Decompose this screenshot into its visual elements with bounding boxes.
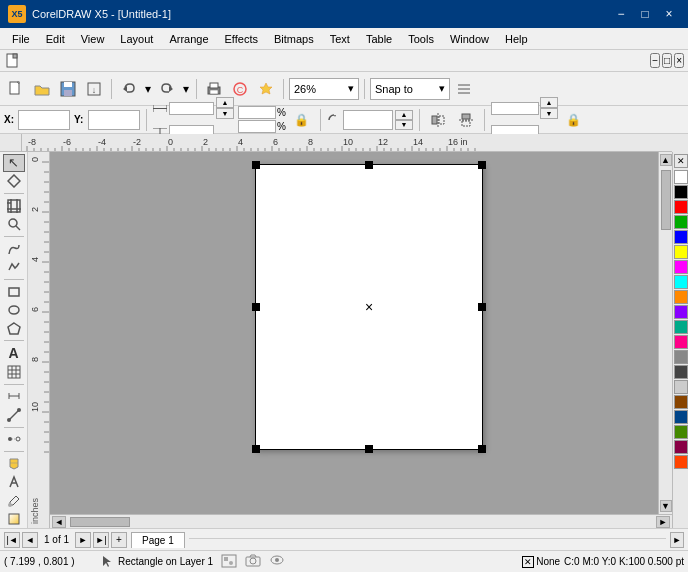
scroll-up-button[interactable]: ▲ xyxy=(660,154,672,166)
menu-layout[interactable]: Layout xyxy=(112,31,161,47)
doc-close-button[interactable]: × xyxy=(674,53,684,68)
color-crimson[interactable] xyxy=(674,440,688,454)
r1-up-button[interactable]: ▲ xyxy=(540,97,558,108)
snap-to-arrow[interactable]: ▾ xyxy=(439,82,445,95)
table-tool[interactable] xyxy=(3,363,25,381)
import-button[interactable]: ↓ xyxy=(82,77,106,101)
menu-text[interactable]: Text xyxy=(322,31,358,47)
page-first-button[interactable]: |◄ xyxy=(4,532,20,548)
undo-dropdown[interactable]: ▾ xyxy=(143,77,153,101)
open-button[interactable] xyxy=(30,77,54,101)
vertical-scrollbar[interactable]: ▲ ▼ xyxy=(658,152,672,514)
proportional-lock-button[interactable]: 🔒 xyxy=(290,108,314,132)
scroll-left-button[interactable]: ◄ xyxy=(52,516,66,528)
minimize-button[interactable]: − xyxy=(610,5,632,23)
menu-file[interactable]: File xyxy=(4,31,38,47)
zoom-tool[interactable] xyxy=(3,215,25,233)
w-input[interactable]: 8.5 xyxy=(169,102,214,115)
save-button[interactable] xyxy=(56,77,80,101)
connector-tool[interactable] xyxy=(3,406,25,424)
add-page-button[interactable]: + xyxy=(111,532,127,548)
welcome-button[interactable] xyxy=(254,77,278,101)
page-scroll-right[interactable]: ► xyxy=(670,532,684,548)
y-input[interactable]: 5.5 " xyxy=(88,110,140,130)
maximize-button[interactable]: □ xyxy=(634,5,656,23)
close-button[interactable]: × xyxy=(658,5,680,23)
color-yellow[interactable] xyxy=(674,245,688,259)
color-pink[interactable] xyxy=(674,335,688,349)
scroll-right-button[interactable]: ► xyxy=(656,516,670,528)
zoom-dropdown[interactable]: 26% ▾ xyxy=(289,78,359,100)
fill-tool[interactable] xyxy=(3,455,25,473)
menu-table[interactable]: Table xyxy=(358,31,400,47)
color-teal[interactable] xyxy=(674,320,688,334)
snap-settings-button[interactable] xyxy=(452,77,476,101)
menu-tools[interactable]: Tools xyxy=(400,31,442,47)
r1-down-button[interactable]: ▼ xyxy=(540,108,558,119)
color-light-gray[interactable] xyxy=(674,380,688,394)
doc-restore-button[interactable]: □ xyxy=(662,53,672,68)
angle-input[interactable]: 0.0 xyxy=(343,110,393,130)
interactive-fill-tool[interactable] xyxy=(3,510,25,528)
handle-mid-right[interactable] xyxy=(478,303,486,311)
page-last-button[interactable]: ►| xyxy=(93,532,109,548)
color-white[interactable] xyxy=(674,170,688,184)
text-tool[interactable]: A xyxy=(3,344,25,362)
snap-to-dropdown[interactable]: Snap to ▾ xyxy=(370,78,450,100)
selected-rectangle[interactable]: × xyxy=(255,164,483,450)
node-edit-tool[interactable] xyxy=(3,173,25,191)
ellipse-tool[interactable] xyxy=(3,301,25,319)
w-down-button[interactable]: ▼ xyxy=(216,108,234,119)
page-tab[interactable]: Page 1 xyxy=(131,532,185,548)
smart-draw-tool[interactable] xyxy=(3,258,25,276)
blend-tool[interactable] xyxy=(3,430,25,448)
handle-top-right[interactable] xyxy=(478,161,486,169)
no-color-btn[interactable]: ✕ xyxy=(674,154,688,168)
color-brown[interactable] xyxy=(674,395,688,409)
color-green[interactable] xyxy=(674,215,688,229)
mirror-h-button[interactable] xyxy=(426,108,450,132)
color-orange[interactable] xyxy=(674,290,688,304)
scroll-down-button[interactable]: ▼ xyxy=(660,500,672,512)
handle-mid-left[interactable] xyxy=(252,303,260,311)
handle-bot-left[interactable] xyxy=(252,445,260,453)
page-next-button[interactable]: ► xyxy=(75,532,91,548)
angle-up-button[interactable]: ▲ xyxy=(395,110,413,120)
color-olive[interactable] xyxy=(674,425,688,439)
menu-arrange[interactable]: Arrange xyxy=(161,31,216,47)
handle-bot-right[interactable] xyxy=(478,445,486,453)
color-cyan[interactable] xyxy=(674,275,688,289)
eyedropper-tool[interactable] xyxy=(3,492,25,510)
color-magenta[interactable] xyxy=(674,260,688,274)
color-red[interactable] xyxy=(674,200,688,214)
menu-window[interactable]: Window xyxy=(442,31,497,47)
color-tomato[interactable] xyxy=(674,455,688,469)
scroll-v-thumb[interactable] xyxy=(661,170,671,230)
rectangle-tool[interactable] xyxy=(3,283,25,301)
angle-down-button[interactable]: ▼ xyxy=(395,120,413,130)
w-up-button[interactable]: ▲ xyxy=(216,97,234,108)
r1-input[interactable]: 0.0 " xyxy=(491,102,539,115)
menu-help[interactable]: Help xyxy=(497,31,536,47)
undo-button[interactable] xyxy=(117,77,141,101)
dimension-tool[interactable] xyxy=(3,388,25,406)
canvas-area[interactable]: × xyxy=(50,152,658,514)
color-gray[interactable] xyxy=(674,350,688,364)
horizontal-scrollbar[interactable]: ◄ ► xyxy=(50,514,672,528)
x-input[interactable]: 4.25 " xyxy=(18,110,70,130)
color-blue[interactable] xyxy=(674,230,688,244)
corner-lock-button[interactable]: 🔒 xyxy=(562,108,586,132)
handle-top-mid[interactable] xyxy=(365,161,373,169)
color-purple[interactable] xyxy=(674,305,688,319)
crop-tool[interactable] xyxy=(3,197,25,215)
color-navy[interactable] xyxy=(674,410,688,424)
outline-tool[interactable] xyxy=(3,473,25,491)
page-prev-button[interactable]: ◄ xyxy=(22,532,38,548)
mirror-v-button[interactable] xyxy=(454,108,478,132)
menu-edit[interactable]: Edit xyxy=(38,31,73,47)
pct2-input[interactable]: 100.0 xyxy=(238,120,276,133)
zoom-dropdown-arrow[interactable]: ▾ xyxy=(348,82,354,95)
freehand-tool[interactable] xyxy=(3,240,25,258)
color-dark-gray[interactable] xyxy=(674,365,688,379)
polygon-tool[interactable] xyxy=(3,320,25,338)
